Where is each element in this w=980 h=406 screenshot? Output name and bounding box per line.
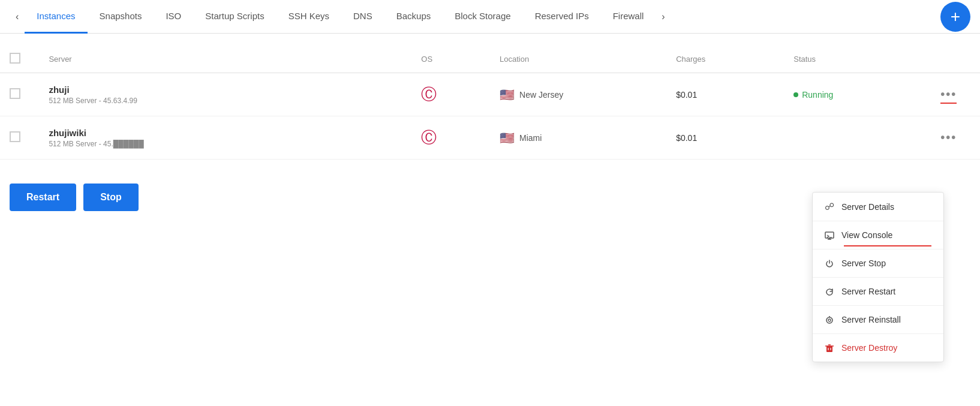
server-info-cell: zhuji 512 MB Server - 45.63.4.99 [39, 73, 411, 116]
row-checkbox-cell [0, 73, 39, 116]
debian-icon: Ⓒ [421, 128, 437, 146]
server-details-label: Server Details [841, 202, 894, 212]
header-location: Location [490, 46, 666, 73]
location-cell: 🇺🇸 New Jersey [490, 73, 666, 116]
actions-cell: ••• [931, 73, 980, 116]
us-flag-icon: 🇺🇸 [500, 88, 515, 102]
location-text: New Jersey [519, 90, 563, 100]
row-checkbox-cell [0, 116, 39, 160]
tab-snapshots[interactable]: Snapshots [88, 0, 154, 34]
details-icon: ☍ [825, 201, 834, 212]
server-sub: 512 MB Server - 45.63.4.99 [49, 97, 402, 105]
nav-arrow-left[interactable]: ‹ [10, 1, 25, 33]
header-status: Status [784, 46, 931, 73]
header-charges: Charges [666, 46, 784, 73]
status-label: Running [802, 90, 833, 100]
os-cell: Ⓒ [411, 116, 490, 160]
status-cell [784, 116, 931, 160]
us-flag-icon: 🇺🇸 [500, 131, 515, 145]
charges-value: $0.01 [676, 133, 697, 143]
charges-cell: $0.01 [666, 116, 784, 160]
stop-button[interactable]: Stop [83, 184, 139, 211]
header-checkbox-cell [0, 46, 39, 73]
actions-cell: ••• [931, 116, 980, 160]
location-text: Miami [519, 133, 542, 143]
charges-cell: $0.01 [666, 73, 784, 116]
restart-button[interactable]: Restart [10, 184, 76, 211]
context-menu: ☍ Server Details View Console Server Sto… [812, 192, 944, 223]
table-row: zhujiwiki 512 MB Server - 45.██████ Ⓒ 🇺🇸… [0, 116, 980, 160]
server-name[interactable]: zhuji [49, 85, 402, 95]
charges-value: $0.01 [676, 90, 697, 100]
header-server: Server [39, 46, 411, 73]
server-name[interactable]: zhujiwiki [49, 128, 402, 138]
tab-backups[interactable]: Backups [384, 0, 443, 34]
tab-block-storage[interactable]: Block Storage [443, 0, 522, 34]
header-os: OS [411, 46, 490, 73]
debian-icon: Ⓒ [421, 85, 437, 103]
nav-tabs-container: ‹ Instances Snapshots ISO Startup Script… [0, 0, 980, 34]
view-console-item[interactable]: View Console [813, 221, 943, 223]
server-details-item[interactable]: ☍ Server Details [813, 193, 943, 221]
tab-firewall[interactable]: Firewall [601, 0, 656, 34]
nav-tabs: ‹ Instances Snapshots ISO Startup Script… [0, 0, 980, 34]
location-wrapper: 🇺🇸 Miami [500, 131, 657, 145]
more-options-button[interactable]: ••• [940, 88, 957, 101]
tab-dns[interactable]: DNS [341, 0, 384, 34]
server-info-cell: zhujiwiki 512 MB Server - 45.██████ [39, 116, 411, 160]
instances-table-container: Server OS Location Charges Status zhuji … [0, 34, 980, 172]
tab-reserved-ips[interactable]: Reserved IPs [523, 0, 601, 34]
tab-ssh-keys[interactable]: SSH Keys [276, 0, 341, 34]
status-badge: Running [793, 90, 921, 100]
location-cell: 🇺🇸 Miami [490, 116, 666, 160]
status-cell: Running [784, 73, 931, 116]
row-checkbox[interactable] [10, 131, 20, 142]
server-sub: 512 MB Server - 45.██████ [49, 140, 402, 148]
os-cell: Ⓒ [411, 73, 490, 116]
tab-iso[interactable]: ISO [154, 0, 193, 34]
more-options-button[interactable]: ••• [940, 131, 957, 144]
table-header-row: Server OS Location Charges Status [0, 46, 980, 73]
instances-table: Server OS Location Charges Status zhuji … [0, 46, 980, 160]
select-all-checkbox[interactable] [10, 53, 20, 64]
status-dot-icon [793, 92, 798, 97]
tab-startup-scripts[interactable]: Startup Scripts [193, 0, 276, 34]
tab-instances[interactable]: Instances [25, 0, 87, 34]
header-actions [931, 46, 980, 73]
add-instance-button[interactable]: + [940, 2, 970, 32]
row-checkbox[interactable] [10, 88, 20, 99]
nav-arrow-right[interactable]: › [656, 1, 671, 33]
location-wrapper: 🇺🇸 New Jersey [500, 88, 657, 102]
more-button-wrapper: ••• [940, 88, 957, 101]
table-row: zhuji 512 MB Server - 45.63.4.99 Ⓒ 🇺🇸 Ne… [0, 73, 980, 116]
